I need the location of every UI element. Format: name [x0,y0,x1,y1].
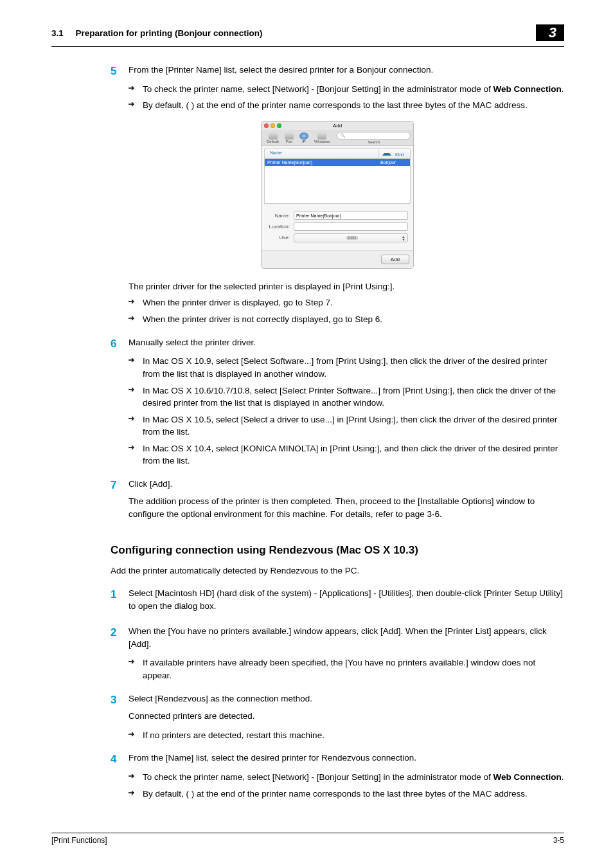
toolbar-windows[interactable]: Windows [312,132,332,144]
sub-text: When the printer driver is displayed, go… [143,296,564,309]
toolbar-ip[interactable]: IP [297,132,311,144]
arrow-icon [129,384,143,410]
arrow-icon [129,355,143,380]
toolbar-search: Search [337,132,411,144]
step-number: 4 [111,752,129,767]
mac-titlebar: Add [262,122,413,131]
r-step-4: 4 From the [Name] list, select the desir… [111,752,564,767]
chapter-tab: 3 [536,24,564,41]
sub-text: In Mac OS X 10.9, select [Select Softwar… [143,355,564,380]
sort-up-icon [382,150,391,156]
step-text: From the [Name] list, select the desired… [129,752,564,764]
screenshot-add-printer-dialog: Add Default Fax IP Windows [111,121,564,269]
footer-left: [Print Functions] [51,836,107,845]
name-field[interactable]: Printer Name(Bonjour) [294,212,408,220]
r-step-3: 3 Select [Rendezvous] as the connection … [111,692,564,725]
windows-icon [317,132,326,140]
row-kind: Bonjour [378,159,410,166]
step-6: 6 Manually select the printer driver. [111,336,564,352]
use-label: Use: [267,235,294,240]
toolbar-default[interactable]: Default [264,132,281,144]
footer-right: 3-5 [553,836,564,845]
add-button[interactable]: Add [381,255,409,264]
header-rule [51,46,564,47]
arrow-icon [129,656,143,682]
section-header: 3.1 Preparation for printing (Bonjour co… [51,28,263,38]
arrow-icon [129,413,143,439]
section-number: 3.1 [51,28,64,38]
step-number: 5 [111,64,129,79]
sub-text: To check the printer name, select [Netwo… [143,771,564,784]
search-label: Search [368,140,380,144]
location-field[interactable] [294,222,408,231]
paragraph: Connected printers are detected. [129,710,564,723]
arrow-icon [129,788,143,800]
arrow-icon [129,771,143,784]
arrow-icon [129,83,143,96]
r-step-1: 1 Select [Macintosh HD] (hard disk of th… [111,587,564,615]
step-text: When the [You have no printers available… [129,625,564,650]
sub-text: To check the printer name, select [Netwo… [143,83,564,96]
sub-text: In Mac OS X 10.6/10.7/10.8, select [Sele… [143,384,564,410]
step-text: Select [Rendezvous] as the connection me… [129,692,564,705]
toolbar-fax[interactable]: Fax [282,132,296,144]
list-row-selected[interactable]: Printer Name(Bonjour) Bonjour [265,159,410,166]
sub-bullet: To check the printer name, select [Netwo… [111,771,564,784]
sub-text: If available printers have already been … [143,656,564,682]
arrow-icon [129,729,143,742]
sub-bullet: To check the printer name, select [Netwo… [111,83,564,96]
sub-bullet: When the printer driver is displayed, go… [111,296,564,309]
step-number: 3 [111,692,129,725]
use-select[interactable]: PPD ▲▼ [294,233,408,242]
sub-bullet: By default, ( ) at the end of the printe… [111,99,564,112]
name-label: Name: [267,213,294,219]
printer-list: Name Kind Printer Name(Bonjour) Bonjour [264,149,411,204]
step-text: Click [Add]. [129,478,564,491]
fax-icon [285,132,294,140]
arrow-icon [129,99,143,112]
sub-text: By default, ( ) at the end of the printe… [143,788,564,800]
intro-paragraph: Add the printer automatically detected b… [111,565,564,577]
arrow-icon [129,296,143,309]
location-label: Location: [267,224,294,230]
column-kind[interactable]: Kind [378,149,410,158]
ppd-badge: PPD [346,236,358,240]
step-text: Manually select the printer driver. [129,336,564,349]
row-printer-name: Printer Name(Bonjour) [265,159,378,166]
paragraph: The printer driver for the selected prin… [129,280,564,293]
heading-rendezvous: Configuring connection using Rendezvous … [111,544,564,557]
sub-bullet: When the printer driver is not correctly… [111,313,564,326]
step-number: 2 [111,625,129,653]
sub-text: By default, ( ) at the end of the printe… [143,99,564,112]
step-5: 5 From the [Printer Name] list, select t… [111,64,564,79]
step-text: From the [Printer Name] list, select the… [129,64,564,77]
step-7: 7 Click [Add]. The addition process of t… [111,478,564,523]
section-title: Preparation for printing (Bonjour connec… [76,28,263,38]
paragraph: The addition process of the printer is t… [129,495,564,520]
sub-text: If no printers are detected, restart thi… [143,729,564,742]
window-title: Add [262,123,413,129]
sub-text: When the printer driver is not correctly… [143,313,564,326]
printer-icon [269,132,278,140]
page-footer: [Print Functions] 3-5 [51,833,564,845]
arrow-icon [129,442,143,467]
step-number: 6 [111,336,129,352]
search-input[interactable] [337,132,411,140]
column-name[interactable]: Name [265,149,378,158]
step-number: 1 [111,587,129,615]
r-step-2: 2 When the [You have no printers availab… [111,625,564,653]
step-text: Select [Macintosh HD] (hard disk of the … [129,587,564,612]
globe-icon [299,132,308,140]
sub-text: In Mac OS X 10.4, select [KONICA MINOLTA… [143,442,564,467]
updown-icon: ▲▼ [402,235,405,242]
sub-text: In Mac OS X 10.5, select [Select a drive… [143,413,564,439]
mac-toolbar: Default Fax IP Windows Search [262,131,413,146]
arrow-icon [129,313,143,326]
mac-window: Add Default Fax IP Windows [261,121,414,269]
step-number: 7 [111,478,129,523]
